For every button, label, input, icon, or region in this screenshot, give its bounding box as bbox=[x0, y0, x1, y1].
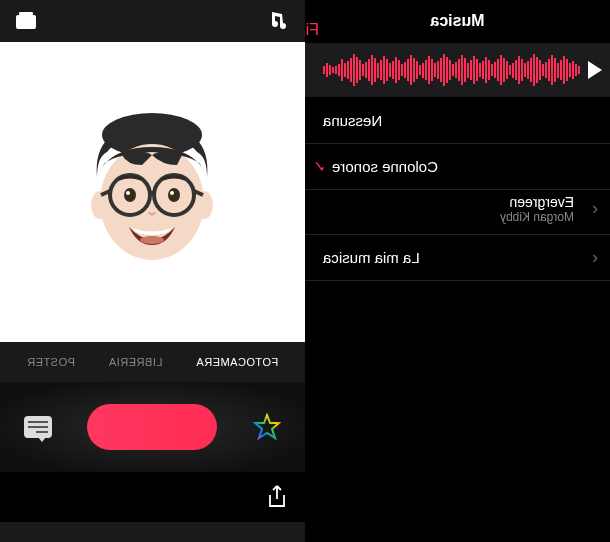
waveform[interactable] bbox=[313, 50, 580, 90]
chevron-left-icon: ‹ bbox=[592, 198, 598, 219]
music-item-label: Colonne sonore bbox=[332, 158, 438, 175]
svg-point-13 bbox=[171, 191, 175, 195]
svg-point-14 bbox=[127, 191, 131, 195]
track-title: Evergreen bbox=[323, 194, 592, 210]
music-note-icon[interactable] bbox=[267, 9, 291, 33]
editor-panel: FOTOCAMERA LIBRERIA POSTER bbox=[0, 0, 305, 542]
chevron-left-icon: ‹ bbox=[592, 247, 598, 268]
music-item-soundtracks[interactable]: Colonne sonore ✓ bbox=[305, 144, 610, 190]
tab-camera[interactable]: FOTOCAMERA bbox=[196, 356, 278, 368]
music-item-label: La mia musica bbox=[323, 249, 420, 266]
svg-point-11 bbox=[169, 188, 181, 202]
music-item-mymusic[interactable]: ‹ La mia musica bbox=[305, 235, 610, 281]
bottom-bar bbox=[0, 472, 305, 522]
effects-star-icon[interactable] bbox=[253, 413, 281, 441]
music-item-none[interactable]: Nessuna bbox=[305, 98, 610, 144]
record-button[interactable] bbox=[88, 404, 218, 450]
preview-area[interactable] bbox=[0, 42, 305, 342]
top-bar bbox=[0, 0, 305, 42]
svg-rect-1 bbox=[19, 12, 33, 15]
live-titles-icon[interactable] bbox=[24, 416, 52, 438]
music-header: Musica Fine bbox=[305, 0, 610, 42]
music-item-label: Nessuna bbox=[323, 112, 382, 129]
source-tabs: FOTOCAMERA LIBRERIA POSTER bbox=[0, 342, 305, 382]
music-panel: Musica Fine Nessuna Colonne sonore ✓ ‹ E… bbox=[305, 0, 610, 542]
projects-icon[interactable] bbox=[14, 9, 38, 33]
svg-point-12 bbox=[125, 188, 137, 202]
svg-point-4 bbox=[196, 191, 214, 219]
tab-poster[interactable]: POSTER bbox=[27, 356, 75, 368]
track-row[interactable]: ‹ Evergreen Morgan Kibby bbox=[305, 190, 610, 235]
controls-row bbox=[0, 382, 305, 472]
svg-rect-0 bbox=[16, 15, 36, 29]
waveform-row bbox=[305, 42, 610, 98]
music-title: Musica bbox=[319, 12, 596, 30]
share-icon[interactable] bbox=[267, 485, 287, 509]
svg-point-5 bbox=[92, 191, 110, 219]
play-icon[interactable] bbox=[588, 61, 602, 79]
svg-point-15 bbox=[141, 236, 165, 244]
tab-library[interactable]: LIBRERIA bbox=[108, 356, 162, 368]
checkmark-icon: ✓ bbox=[313, 157, 326, 176]
memoji-character bbox=[68, 107, 238, 277]
music-list: Nessuna Colonne sonore ✓ ‹ Evergreen Mor… bbox=[305, 98, 610, 281]
track-artist: Morgan Kibby bbox=[323, 210, 592, 224]
